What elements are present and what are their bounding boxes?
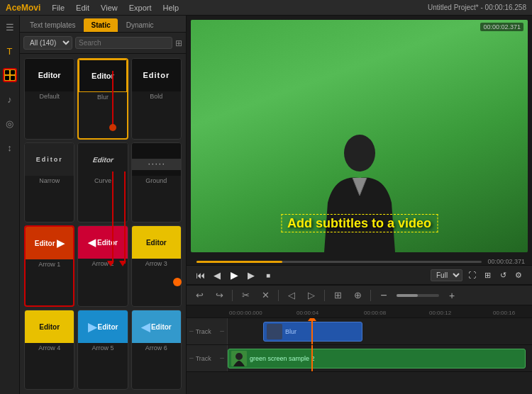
snap-button[interactable]: ⊞ (331, 288, 345, 303)
clip-label-blur: Blur (285, 328, 297, 335)
delete-button[interactable]: ✕ (258, 288, 272, 303)
presenter-silhouette (314, 132, 406, 252)
template-label-arrow2: Arrow 2 (92, 259, 113, 269)
tracks-area: ─ Track ─ Blur (187, 318, 532, 394)
content-area: Text templates Static Dynamic All (140) … (20, 16, 532, 394)
template-text-bold: Editor (143, 71, 170, 79)
toolbar-sep3 (324, 290, 325, 301)
template-text-arrow6: Editor (151, 323, 172, 331)
tab-text-templates[interactable]: Text templates (23, 18, 82, 32)
clip-blur[interactable]: Blur (263, 322, 362, 342)
subtitle-text: Add subtitles to a video (281, 214, 438, 232)
stop-button[interactable]: ■ (262, 269, 275, 281)
play-button[interactable]: ▶ (228, 269, 240, 281)
template-item-arrow5[interactable]: ▶ Editor Arrow 5 (77, 310, 128, 390)
template-label-arrow6: Arrow 6 (145, 343, 167, 354)
sidebar-icon-menu[interactable]: ☰ (3, 20, 17, 34)
template-label-arrow1: Arrow 1 (38, 259, 60, 270)
template-text-arrow2: Editor (97, 239, 118, 247)
cut-button[interactable]: ✂ (238, 288, 253, 303)
search-input[interactable] (75, 37, 172, 49)
template-item-narrow[interactable]: Editor Narrow (24, 142, 74, 223)
ruler-mark-3: 00:00:12 (429, 310, 451, 316)
tab-static[interactable]: Static (84, 18, 117, 32)
filter-icon[interactable]: ⊞ (175, 38, 182, 48)
split-button[interactable]: ⊕ (350, 288, 365, 303)
ruler-mark-2: 00:00:08 (364, 310, 386, 316)
svg-point-6 (235, 353, 243, 360)
menu-edit[interactable]: Edit (76, 4, 89, 12)
crop-button[interactable]: ⊞ (481, 269, 494, 281)
template-item-arrow6[interactable]: ◀ Editor Arrow 6 (131, 310, 182, 390)
template-label-arrow4: Arrow 4 (38, 343, 60, 354)
duration-label: 00:00:02.371 (487, 258, 525, 265)
clip-thumb-blur (267, 324, 282, 339)
template-item-blur[interactable]: Editor Blur (77, 58, 128, 140)
main-layout: ☰ T ♪ ◎ ↕ Text templates Static Dynamic (0, 16, 532, 394)
template-panel: Text templates Static Dynamic All (140) … (20, 16, 187, 394)
left-sidebar: ☰ T ♪ ◎ ↕ (0, 16, 20, 394)
sidebar-icon-effects[interactable]: ◎ (3, 116, 17, 130)
template-item-arrow3[interactable]: Editor Arrow 3 (131, 225, 182, 307)
settings-button[interactable]: ⚙ (512, 269, 525, 281)
progress-fill (196, 261, 282, 263)
template-item-curve[interactable]: Editor Curve (77, 142, 128, 223)
template-item-ground[interactable]: · · · · · Ground (131, 142, 182, 223)
fullscreen-button[interactable]: ⛶ (465, 269, 478, 281)
svg-rect-3 (11, 76, 15, 80)
template-text-ground: · · · · · (148, 161, 165, 168)
template-label-arrow5: Arrow 5 (92, 343, 113, 354)
template-item-default[interactable]: Editor Default (24, 58, 74, 140)
template-label-bold: Bold (150, 91, 162, 102)
template-label-blur: Blur (97, 92, 109, 103)
svg-rect-2 (5, 76, 9, 80)
zoom-slider[interactable] (397, 294, 439, 297)
template-text-arrow4: Editor (39, 323, 60, 331)
template-text-curve: Editor (92, 156, 113, 164)
sidebar-icon-text[interactable]: T (3, 44, 17, 58)
menu-help[interactable]: Help (163, 4, 179, 12)
playhead-1 (311, 318, 313, 344)
undo-button[interactable]: ↩ (192, 288, 206, 303)
prev-frame-button[interactable]: ◀ (211, 269, 223, 281)
template-item-arrow4[interactable]: Editor Arrow 4 (24, 310, 74, 390)
menu-view[interactable]: View (101, 4, 118, 12)
sidebar-icon-layout[interactable] (3, 68, 17, 82)
template-text-arrow5: Editor (98, 323, 118, 331)
category-select[interactable]: All (140) (23, 36, 72, 50)
progress-row: 00:00:02.371 (187, 257, 532, 265)
next-frame-button[interactable]: ▶ (245, 269, 257, 281)
sidebar-icon-transitions[interactable]: ↕ (3, 140, 17, 154)
template-item-arrow1[interactable]: Editor ▶ Arrow 1 (24, 225, 74, 307)
progress-bar[interactable] (196, 261, 482, 263)
zoom-select[interactable]: Full (431, 269, 462, 281)
video-screen: Add subtitles to a video 00:00:02.371 (191, 20, 528, 252)
tab-dynamic[interactable]: Dynamic (119, 18, 161, 32)
clip-greenscreen[interactable]: green screen sample 2 (228, 349, 526, 368)
menu-export[interactable]: Export (129, 4, 152, 12)
arrow2-icon: ◀ (88, 237, 96, 248)
zoom-out-button[interactable]: − (377, 288, 391, 303)
annotation-arrow-vertical (112, 71, 113, 128)
sidebar-icon-music[interactable]: ♪ (3, 92, 17, 106)
rotate-button[interactable]: ↺ (497, 269, 509, 281)
annotation-dot (109, 124, 116, 131)
right-panel: Add subtitles to a video 00:00:02.371 00… (187, 16, 532, 394)
toolbar-sep1 (232, 290, 233, 301)
template-label-ground: Ground (145, 176, 167, 186)
prev-clip-button[interactable]: ◁ (284, 288, 299, 303)
track-header-2: ─ Track ─ (187, 345, 228, 371)
track-label-2: Track (196, 355, 211, 362)
template-item-bold[interactable]: Editor Bold (131, 58, 182, 140)
next-clip-button[interactable]: ▷ (304, 288, 318, 303)
template-item-arrow2[interactable]: ◀ Editor Arrow 2 (77, 225, 128, 307)
template-text-narrow: Editor (36, 156, 63, 163)
skip-back-button[interactable]: ⏮ (194, 269, 206, 281)
svg-rect-1 (11, 70, 15, 74)
ctrl-right: Full ⛶ ⊞ ↺ ⚙ (431, 269, 525, 281)
template-text-default: Editor (38, 71, 61, 79)
redo-button[interactable]: ↪ (212, 288, 226, 303)
template-label-default: Default (39, 91, 60, 102)
menu-file[interactable]: File (52, 4, 65, 12)
zoom-in-button[interactable]: + (445, 288, 459, 303)
